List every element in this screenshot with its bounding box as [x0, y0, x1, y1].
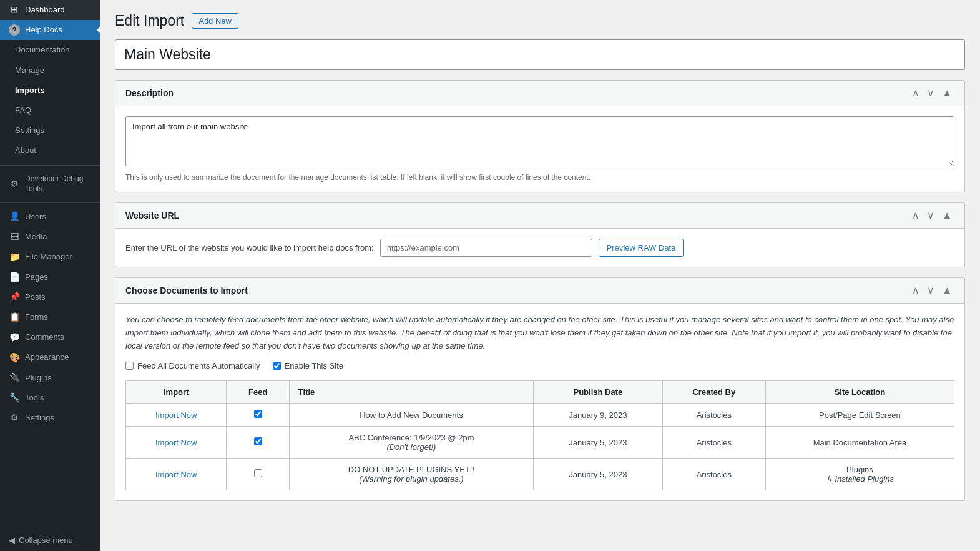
col-feed: Feed [227, 381, 289, 404]
documents-collapse-up-button[interactable]: ∧ [909, 284, 922, 297]
table-row: Import NowABC Conference: 1/9/2023 @ 2pm… [126, 427, 954, 459]
settings-icon: ⚙ [9, 412, 20, 424]
sidebar: ⊞ Dashboard ? Help Docs Documentation Ma… [0, 0, 100, 551]
created-by-cell: Aristocles [662, 427, 765, 459]
sidebar-item-file-manager[interactable]: 📁 File Manager [0, 247, 100, 267]
sidebar-item-help-docs[interactable]: ? Help Docs [0, 20, 100, 40]
documents-panel-controls: ∧ ∨ ▲ [909, 284, 954, 297]
url-row: Enter the URL of the website you would l… [125, 239, 954, 257]
page-header: Edit Import Add New [115, 12, 965, 29]
sidebar-item-appearance[interactable]: 🎨 Appearance [0, 347, 100, 367]
comments-icon: 💬 [9, 332, 20, 343]
created-by-cell: Aristocles [662, 459, 765, 490]
plugins-icon: 🔌 [9, 372, 20, 384]
dev-debug-icon: ⚙ [9, 178, 20, 189]
col-created-by: Created By [662, 381, 765, 404]
sidebar-item-users[interactable]: 👤 Users [0, 207, 100, 227]
feed-row-checkbox[interactable] [254, 469, 262, 477]
description-panel-title: Description [125, 88, 174, 98]
sidebar-bottom: ◀ Collapse menu [0, 428, 100, 551]
publish-date-cell: January 9, 2023 [534, 404, 663, 427]
site-location-cell: Plugins↳ Installed Plugins [765, 459, 954, 490]
url-collapse-up-button[interactable]: ∧ [909, 209, 922, 222]
documents-panel: Choose Documents to Import ∧ ∨ ▲ You can… [115, 277, 965, 501]
add-new-button[interactable]: Add New [192, 13, 238, 29]
description-textarea[interactable]: Import all from our main website [125, 116, 954, 166]
table-row: Import NowHow to Add New DocumentsJanuar… [126, 404, 954, 427]
description-panel-controls: ∧ ∨ ▲ [909, 87, 954, 99]
appearance-icon: 🎨 [9, 352, 20, 364]
import-now-link[interactable]: Import Now [155, 410, 197, 420]
tools-icon: 🔧 [9, 392, 20, 404]
site-location-cell: Post/Page Edit Screen [765, 404, 954, 427]
created-by-cell: Aristocles [662, 404, 765, 427]
collapse-icon: ◀ [9, 535, 15, 545]
description-toggle-button[interactable]: ▲ [939, 87, 954, 99]
sidebar-item-tools[interactable]: 🔧 Tools [0, 388, 100, 408]
sidebar-item-settings-helpdocs[interactable]: Settings [0, 121, 100, 141]
url-panel-controls: ∧ ∨ ▲ [909, 209, 954, 222]
users-icon: 👤 [9, 211, 20, 222]
url-toggle-button[interactable]: ▲ [939, 209, 954, 222]
sidebar-item-imports[interactable]: Imports [0, 81, 100, 101]
url-label: Enter the URL of the website you would l… [125, 243, 374, 252]
preview-raw-data-button[interactable]: Preview RAW Data [599, 239, 684, 257]
feed-cell [227, 427, 289, 459]
sidebar-item-plugins[interactable]: 🔌 Plugins [0, 368, 100, 388]
import-table: Import Feed Title Publish Date Created B… [125, 380, 954, 490]
publish-date-cell: January 5, 2023 [534, 427, 663, 459]
documents-toggle-button[interactable]: ▲ [939, 284, 954, 297]
url-panel-body: Enter the URL of the website you would l… [115, 229, 964, 267]
url-input[interactable] [380, 239, 592, 257]
table-row: Import NowDO NOT UPDATE PLUGINS YET!!(Wa… [126, 459, 954, 490]
sidebar-item-dev-debug[interactable]: ⚙ Developer Debug Tools [0, 169, 100, 199]
feed-all-label[interactable]: Feed All Documents Automatically [125, 361, 260, 370]
forms-icon: 📋 [9, 312, 20, 323]
import-now-link[interactable]: Import Now [155, 438, 197, 447]
sidebar-item-settings[interactable]: ⚙ Settings [0, 408, 100, 428]
description-panel-header: Description ∧ ∨ ▲ [115, 81, 964, 106]
import-title-input[interactable] [115, 39, 965, 70]
sidebar-divider-1 [0, 165, 100, 166]
import-table-body: Import NowHow to Add New DocumentsJanuar… [126, 404, 954, 490]
documents-panel-header: Choose Documents to Import ∧ ∨ ▲ [115, 278, 964, 304]
main-content: Edit Import Add New Description ∧ ∨ ▲ Im… [100, 0, 980, 551]
url-collapse-down-button[interactable]: ∨ [924, 209, 937, 222]
sidebar-item-dashboard[interactable]: ⊞ Dashboard [0, 0, 100, 20]
sidebar-item-faq[interactable]: FAQ [0, 101, 100, 121]
sidebar-item-manage[interactable]: Manage [0, 61, 100, 81]
feed-cell [227, 404, 289, 427]
sidebar-item-media[interactable]: 🎞 Media [0, 227, 100, 247]
description-panel-body: Import all from our main website This is… [115, 106, 964, 192]
sidebar-item-posts[interactable]: 📌 Posts [0, 287, 100, 307]
page-title: Edit Import [115, 12, 184, 29]
sidebar-item-comments[interactable]: 💬 Comments [0, 327, 100, 347]
import-now-link[interactable]: Import Now [155, 470, 197, 479]
feed-row-checkbox[interactable] [254, 410, 262, 418]
enable-site-label[interactable]: Enable This Site [273, 361, 343, 370]
sidebar-item-pages[interactable]: 📄 Pages [0, 267, 100, 287]
description-collapse-down-button[interactable]: ∨ [924, 87, 937, 99]
import-cell: Import Now [126, 404, 227, 427]
enable-site-checkbox[interactable] [273, 362, 281, 370]
sidebar-item-documentation[interactable]: Documentation [0, 40, 100, 60]
feed-all-checkbox[interactable] [125, 362, 134, 370]
import-cell: Import Now [126, 427, 227, 459]
title-cell: How to Add New Documents [289, 404, 533, 427]
col-import: Import [126, 381, 227, 404]
url-panel-header: Website URL ∧ ∨ ▲ [115, 203, 964, 229]
col-title: Title [289, 381, 533, 404]
feed-cell [227, 459, 289, 490]
file-manager-icon: 📁 [9, 252, 20, 263]
collapse-menu-button[interactable]: ◀ Collapse menu [0, 529, 100, 551]
publish-date-cell: January 5, 2023 [534, 459, 663, 490]
sidebar-item-forms[interactable]: 📋 Forms [0, 307, 100, 327]
documents-panel-body: You can choose to remotely feed document… [115, 304, 964, 500]
sidebar-item-about[interactable]: About [0, 141, 100, 161]
documents-collapse-down-button[interactable]: ∨ [924, 284, 937, 297]
description-hint: This is only used to summarize the docum… [125, 173, 954, 182]
feed-row-checkbox[interactable] [254, 437, 262, 445]
title-cell: ABC Conference: 1/9/2023 @ 2pm(Don't for… [289, 427, 533, 459]
description-collapse-up-button[interactable]: ∧ [909, 87, 922, 99]
url-panel-title: Website URL [125, 211, 179, 221]
